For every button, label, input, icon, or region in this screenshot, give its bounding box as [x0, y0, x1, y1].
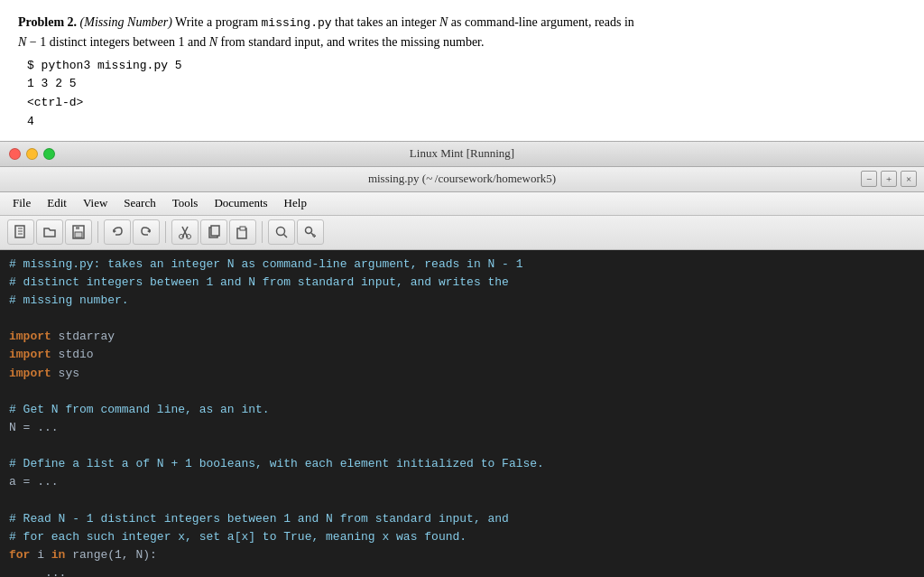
menubar: File Edit View Search Tools Documents He… [0, 192, 924, 216]
cut-icon [178, 225, 192, 239]
problem-title: (Missing Number) [80, 15, 172, 29]
code-line-blank-2 [0, 383, 924, 401]
find-button[interactable] [268, 219, 295, 245]
problem-statement: Problem 2. (Missing Number) Write a prog… [18, 13, 906, 33]
menu-tools[interactable]: Tools [165, 194, 206, 212]
svg-line-18 [311, 233, 314, 236]
code-editor[interactable]: # missing.py: takes an integer N as comm… [0, 250, 924, 577]
code-text: ... [45, 564, 66, 577]
code-text: N = ... [9, 419, 59, 437]
problem-filename: missing.py [262, 16, 332, 30]
open-button[interactable] [36, 219, 63, 245]
comment-text: # for each such integer x, set a[x] to T… [9, 528, 467, 546]
module-name: stdio [51, 346, 94, 364]
code-line-blank-4 [0, 492, 924, 510]
redo-icon [139, 225, 153, 239]
code-line-for-1: for i in range(1, N): [0, 546, 924, 564]
code-line-comment-3: # missing number. [0, 292, 924, 310]
code-line-n-assign: N = ... [0, 419, 924, 437]
copy-icon [207, 225, 221, 239]
toolbar [0, 216, 924, 250]
undo-icon [110, 225, 125, 239]
replace-button[interactable] [297, 219, 324, 245]
minimize-button[interactable] [26, 148, 38, 160]
save-button[interactable] [65, 219, 92, 245]
module-name: sys [51, 365, 79, 383]
keyword-in: in [51, 546, 66, 564]
code-line-blank-1 [0, 310, 924, 328]
document-area: Problem 2. (Missing Number) Write a prog… [0, 0, 924, 142]
new-icon [14, 225, 28, 239]
menu-view[interactable]: View [76, 194, 115, 212]
separator-1 [97, 221, 98, 243]
code-line-import-3: import sys [0, 365, 924, 383]
svg-point-17 [306, 228, 312, 234]
svg-rect-12 [211, 226, 219, 236]
svg-rect-6 [75, 232, 82, 237]
example-code-block: $ python3 missing.py 5 1 3 2 5 <ctrl-d> … [27, 57, 906, 132]
keyword-import: import [9, 328, 51, 346]
separator-3 [262, 221, 263, 243]
code-line-3: <ctrl-d> [27, 94, 906, 113]
close-button[interactable] [9, 148, 21, 160]
code-line-comment-1: # missing.py: takes an integer N as comm… [0, 256, 924, 274]
undo-button[interactable] [104, 219, 131, 245]
svg-rect-5 [76, 226, 79, 229]
code-line-import-1: import stdarray [0, 328, 924, 346]
comment-text: # missing.py: takes an integer N as comm… [9, 256, 523, 274]
redo-button[interactable] [133, 219, 160, 245]
svg-rect-14 [240, 227, 245, 230]
code-line-import-2: import stdio [0, 346, 924, 364]
comment-text: # Read N - 1 distinct integers between 1… [9, 510, 509, 528]
new-button[interactable] [7, 219, 34, 245]
menu-help[interactable]: Help [277, 194, 314, 212]
comment-text: # distinct integers between 1 and N from… [9, 274, 509, 292]
code-line-comment-6: # Read N - 1 distinct integers between 1… [0, 510, 924, 528]
code-line-a-assign: a = ... [0, 473, 924, 491]
editor-title: missing.py (~ /coursework/homework5) [368, 172, 556, 186]
code-line-ellipsis-1: ... [0, 564, 924, 577]
code-text: i [30, 546, 51, 564]
copy-button[interactable] [200, 219, 227, 245]
open-icon [42, 225, 57, 239]
svg-line-16 [284, 235, 288, 238]
terminal-title: Linux Mint [Running] [410, 146, 514, 161]
paste-button[interactable] [229, 219, 256, 245]
paste-icon [236, 225, 250, 239]
problem-text: Write a program missing.py that takes an… [175, 15, 634, 29]
find-icon [274, 225, 289, 239]
code-line-comment-2: # distinct integers between 1 and N from… [0, 274, 924, 292]
problem-number: Problem 2. [18, 15, 77, 29]
maximize-button[interactable] [43, 148, 55, 160]
menu-file[interactable]: File [5, 194, 38, 212]
code-line-4: 4 [27, 113, 906, 132]
cut-button[interactable] [171, 219, 199, 245]
code-line-comment-4: # Get N from command line, as an int. [0, 401, 924, 419]
terminal-titlebar: Linux Mint [Running] [0, 142, 924, 167]
minimize-win-button[interactable]: − [861, 171, 877, 187]
comment-text: # missing number. [9, 292, 129, 310]
close-win-button[interactable]: × [901, 171, 917, 187]
code-line-comment-5: # Define a list a of N + 1 booleans, wit… [0, 455, 924, 473]
keyword-import: import [9, 346, 51, 364]
code-text: range(1, N): [65, 546, 156, 564]
problem-line2: N − 1 distinct integers between 1 and N … [18, 33, 906, 51]
code-line-1: $ python3 missing.py 5 [27, 57, 906, 76]
menu-search[interactable]: Search [116, 194, 162, 212]
replace-icon [303, 225, 318, 239]
traffic-lights [9, 148, 55, 160]
comment-text: # Get N from command line, as an int. [9, 401, 270, 419]
menu-edit[interactable]: Edit [40, 194, 74, 212]
comment-text: # Define a list a of N + 1 booleans, wit… [9, 455, 544, 473]
maximize-win-button[interactable]: + [881, 171, 897, 187]
menu-documents[interactable]: Documents [207, 194, 274, 212]
code-line-blank-3 [0, 437, 924, 455]
code-line-comment-7: # for each such integer x, set a[x] to T… [0, 528, 924, 546]
editor-window: missing.py (~ /coursework/homework5) − +… [0, 167, 924, 577]
module-name: stdarray [51, 328, 115, 346]
keyword-import: import [9, 365, 51, 383]
code-text: a = ... [9, 473, 59, 491]
svg-point-15 [277, 228, 285, 236]
code-line-2: 1 3 2 5 [27, 75, 906, 94]
separator-2 [165, 221, 166, 243]
